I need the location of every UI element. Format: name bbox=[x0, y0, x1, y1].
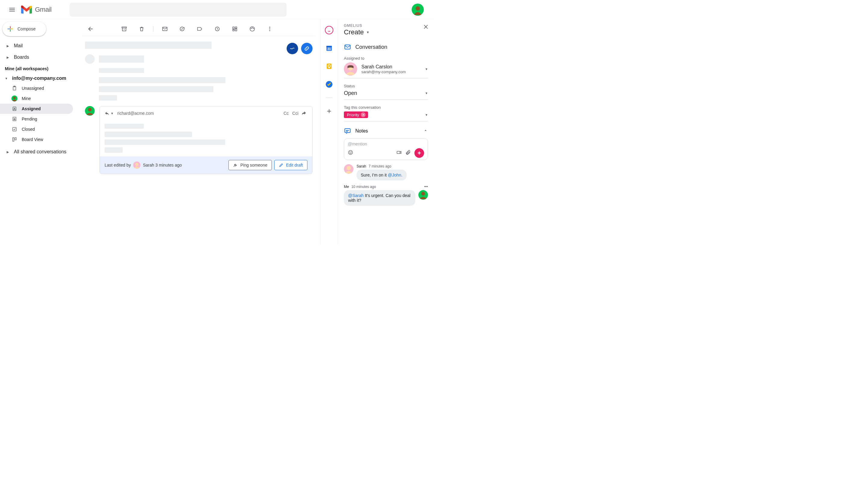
edit-label: Edit draft bbox=[286, 163, 303, 167]
compose-body[interactable] bbox=[100, 120, 312, 156]
create-dropdown[interactable]: Create ▼ bbox=[344, 28, 428, 36]
nav-boards-label: Boards bbox=[14, 55, 29, 60]
plus-icon bbox=[7, 25, 14, 33]
assignee-name: Sarah Carslon bbox=[361, 64, 406, 70]
svg-point-45 bbox=[350, 152, 350, 153]
notes-section-header: Notes bbox=[344, 127, 428, 135]
chevron-right-icon: ▶ bbox=[7, 150, 10, 154]
body-placeholder bbox=[99, 68, 144, 73]
close-panel-button[interactable] bbox=[423, 24, 429, 31]
ping-button[interactable]: Ping someone bbox=[228, 160, 272, 170]
sidebar-item-pending[interactable]: Pending bbox=[0, 114, 73, 124]
nav-shared[interactable]: ▶ All shared conversations bbox=[0, 147, 73, 157]
mine-header-label: Mine (all workspaces) bbox=[5, 66, 49, 71]
note-input[interactable]: @mention + bbox=[344, 138, 428, 160]
compose-button[interactable]: Compose bbox=[2, 22, 46, 36]
archive-button[interactable] bbox=[118, 23, 130, 35]
svg-point-46 bbox=[351, 152, 352, 153]
product-name: Gmail bbox=[35, 6, 52, 13]
tag-dropdown[interactable]: Priority ✕ ▼ bbox=[344, 111, 428, 121]
nav-boards[interactable]: ▶ Boards bbox=[0, 53, 73, 62]
calendar-addon-icon[interactable]: 31 bbox=[323, 42, 335, 54]
note-bubble: @Sarah It's urgent. Can you deal with it… bbox=[344, 190, 415, 206]
nav-shared-label: All shared conversations bbox=[14, 149, 66, 155]
svg-rect-12 bbox=[15, 138, 17, 140]
label-button[interactable] bbox=[194, 23, 206, 35]
chevron-down-icon: ▼ bbox=[5, 77, 8, 80]
gmelius-addon-icon[interactable] bbox=[323, 24, 335, 36]
sidebar-item-assigned[interactable]: Assigned bbox=[0, 104, 73, 114]
collapse-notes-button[interactable] bbox=[423, 128, 428, 134]
emoji-button[interactable] bbox=[348, 150, 353, 156]
cc-button[interactable]: Cc bbox=[284, 111, 289, 116]
note-menu-button[interactable]: ••• bbox=[424, 185, 428, 189]
workspace-email: info@my-company.com bbox=[12, 76, 66, 81]
svg-rect-19 bbox=[236, 27, 237, 28]
assignee-dropdown[interactable]: Sarah Carslon sarah@my-company.com ▼ bbox=[344, 62, 428, 78]
chevron-down-icon: ▼ bbox=[425, 92, 428, 95]
snooze-button[interactable] bbox=[211, 23, 223, 35]
note-author: Me bbox=[344, 185, 349, 189]
divider bbox=[153, 26, 153, 32]
svg-point-1 bbox=[415, 6, 420, 10]
status-label: Status bbox=[344, 84, 428, 88]
sidebar-item-label: Assigned bbox=[22, 106, 41, 111]
compose-to[interactable]: richard@acme.com bbox=[117, 111, 154, 116]
back-button[interactable] bbox=[84, 23, 96, 35]
sidebar-item-mine[interactable]: Mine bbox=[0, 93, 73, 104]
sidebar-item-unassigned[interactable]: Unassigned bbox=[0, 83, 73, 93]
svg-point-29 bbox=[88, 108, 92, 111]
tag-chip-priority: Priority ✕ bbox=[344, 111, 368, 118]
nav-mail[interactable]: ▶ Mail bbox=[0, 41, 73, 51]
assignee-avatar bbox=[344, 62, 357, 76]
svg-rect-38 bbox=[329, 67, 330, 68]
status-value: Open bbox=[344, 90, 357, 96]
status-dropdown[interactable]: Open ▼ bbox=[344, 90, 428, 100]
palette-button[interactable] bbox=[246, 23, 258, 35]
gmelius-panel: GMELIUS Create ▼ Conversation Assigned t… bbox=[338, 19, 434, 244]
reply-dropdown[interactable]: ▼ bbox=[104, 111, 114, 116]
send-note-button[interactable]: + bbox=[414, 148, 424, 158]
conversation-section: Conversation bbox=[344, 43, 428, 51]
svg-rect-18 bbox=[233, 29, 234, 31]
wave-icon bbox=[233, 163, 238, 167]
assigned-to-label: Assigned to bbox=[344, 56, 428, 61]
compose-label: Compose bbox=[18, 27, 36, 31]
cci-button[interactable]: Cci bbox=[292, 111, 299, 116]
toolbar bbox=[82, 22, 315, 36]
main-menu-button[interactable] bbox=[5, 2, 19, 17]
reply-all-icon[interactable] bbox=[302, 110, 307, 117]
integration-wave-icon[interactable] bbox=[287, 43, 298, 54]
note-mention: @Sarah bbox=[348, 193, 364, 198]
keep-addon-icon[interactable] bbox=[323, 60, 335, 72]
sidebar-item-label: Board View bbox=[22, 137, 43, 142]
create-label: Create bbox=[344, 28, 364, 36]
workspace-toggle[interactable]: ▼ info@my-company.com bbox=[0, 73, 73, 83]
search-input[interactable] bbox=[70, 3, 287, 17]
add-addon-button[interactable] bbox=[323, 105, 335, 117]
subject-placeholder bbox=[85, 41, 212, 49]
sidebar-item-board-view[interactable]: Board View bbox=[0, 134, 73, 144]
svg-rect-47 bbox=[397, 151, 400, 154]
svg-point-24 bbox=[253, 28, 254, 29]
more-button[interactable] bbox=[264, 23, 276, 35]
compose-reply: ▼ richard@acme.com Cc Cci bbox=[85, 106, 313, 174]
account-avatar[interactable] bbox=[412, 4, 424, 16]
sidebar-item-closed[interactable]: Closed bbox=[0, 124, 73, 134]
gmail-logo-icon bbox=[21, 4, 33, 16]
note-time: 7 minutes ago bbox=[369, 164, 391, 168]
footer-name: Sarah 3 minutes ago bbox=[143, 163, 182, 167]
svg-point-22 bbox=[251, 28, 252, 29]
edit-draft-button[interactable]: Edit draft bbox=[274, 160, 307, 170]
remove-tag-button[interactable]: ✕ bbox=[361, 112, 366, 117]
my-avatar bbox=[85, 106, 95, 116]
tag-text: Priority bbox=[347, 113, 359, 117]
integration-link-icon[interactable] bbox=[301, 43, 313, 54]
add-task-button[interactable] bbox=[176, 23, 188, 35]
attach-button[interactable] bbox=[405, 150, 411, 156]
video-button[interactable] bbox=[396, 150, 402, 156]
delete-button[interactable] bbox=[135, 23, 148, 35]
tasks-addon-icon[interactable] bbox=[323, 78, 335, 90]
board-button[interactable] bbox=[229, 23, 241, 35]
mark-unread-button[interactable] bbox=[159, 23, 171, 35]
